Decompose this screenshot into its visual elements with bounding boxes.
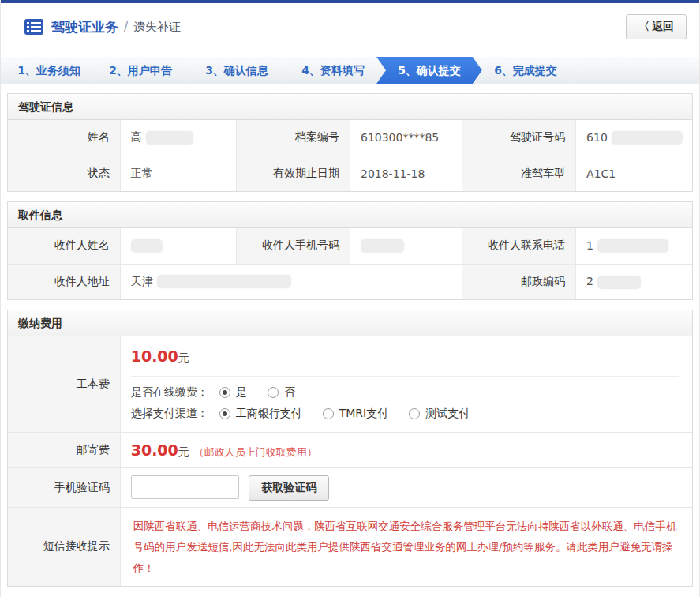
radio-label: TMRI支付: [339, 407, 389, 421]
sms-tip-label: 短信接收提示: [8, 508, 120, 586]
breadcrumb-current: 遗失补证: [133, 20, 181, 35]
work-fee-label: 工本费: [8, 336, 120, 433]
license-number-label: 驾驶证号码: [462, 120, 576, 156]
license-section-title: 驾驶证信息: [8, 94, 692, 120]
expiry-date-value: 2018-11-18: [350, 156, 462, 191]
file-number-value: 610300****85: [350, 120, 462, 156]
table-row: 姓名 高 档案编号 610300****85 驾驶证号码 610: [8, 120, 692, 156]
mail-fee-label: 邮寄费: [8, 433, 120, 468]
step-1-business-notice[interactable]: 1、业务须知: [1, 57, 97, 84]
online-pay-option-yes[interactable]: 是: [219, 385, 247, 400]
work-fee-cell: 10.00元 是否在线缴费： 是 否 选择支付渠道： 工商银行支付 TMRI支付…: [120, 336, 692, 433]
radio-label: 工商银行支付: [236, 407, 302, 421]
zip-code-label: 邮政编码: [462, 264, 576, 299]
redacted-blur: [597, 276, 641, 289]
radio-icon[interactable]: [219, 408, 230, 419]
zip-code-value: 2: [576, 264, 692, 299]
status-value: 正常: [120, 156, 236, 191]
step-5-confirm-submit[interactable]: 5、确认提交: [376, 57, 482, 84]
license-number-value: 610: [576, 120, 692, 156]
license-info-section: 驾驶证信息 姓名 高 档案编号 610300****85 驾驶证号码 610 状…: [7, 93, 693, 192]
mail-fee-note: （邮政人员上门收取费用）: [194, 446, 317, 458]
online-pay-option-no[interactable]: 否: [268, 385, 295, 400]
pay-channel-tmri[interactable]: TMRI支付: [323, 407, 389, 421]
sms-tip-text: 因陕西省联通、电信运营商技术问题，陕西省互联网交通安全综合服务管理平台无法向持陕…: [121, 508, 692, 586]
license-info-table: 姓名 高 档案编号 610300****85 驾驶证号码 610 状态 正常 有…: [8, 120, 692, 191]
pickup-info-table: 收件人姓名 收件人手机号码 收件人联系电话 1 收件人地址 天津 邮政编码 2: [8, 228, 692, 299]
step-6-complete-submit[interactable]: 6、完成提交: [473, 57, 578, 84]
redacted-blur: [361, 239, 404, 253]
radio-label: 测试支付: [425, 407, 470, 421]
radio-label: 否: [284, 385, 295, 400]
captcha-cell: 获取验证码: [120, 468, 692, 508]
step-wizard: 1、业务须知 2、用户申告 3、确认信息 4、资料填写 5、确认提交 6、完成提…: [1, 57, 699, 84]
online-pay-question: 是否在线缴费：: [131, 385, 208, 400]
file-number-label: 档案编号: [237, 120, 350, 156]
page-header: 驾驶证业务 / 遗失补证 〈返回: [1, 3, 699, 51]
recipient-phone-label: 收件人联系电话: [462, 228, 576, 264]
work-fee-unit: 元: [178, 351, 189, 364]
step-2-user-declaration[interactable]: 2、用户申告: [88, 57, 193, 84]
work-fee-amount: 10.00: [131, 347, 178, 365]
recipient-address-label: 收件人地址: [8, 264, 120, 299]
sms-tip-cell: 因陕西省联通、电信运营商技术问题，陕西省互联网交通安全综合服务管理平台无法向持陕…: [120, 508, 692, 586]
online-pay-question-row: 是否在线缴费： 是 否: [131, 385, 679, 400]
page-title: 驾驶证业务: [51, 18, 118, 36]
list-icon: [24, 19, 43, 35]
radio-icon[interactable]: [323, 408, 334, 419]
table-row: 状态 正常 有效期止日期 2018-11-18 准驾车型 A1C1: [8, 156, 692, 191]
redacted-blur: [597, 239, 668, 253]
status-label: 状态: [8, 156, 120, 191]
work-fee-amount-line: 10.00元: [131, 347, 679, 366]
back-button[interactable]: 〈返回: [626, 14, 687, 39]
name-label: 姓名: [8, 120, 120, 156]
redacted-blur: [146, 131, 193, 145]
recipient-mobile-value: [350, 228, 462, 264]
table-row: 邮寄费 30.00元（邮政人员上门收取费用）: [8, 433, 692, 468]
table-row: 短信接收提示 因陕西省联通、电信运营商技术问题，陕西省互联网交通安全综合服务管理…: [8, 508, 692, 586]
redacted-blur: [612, 131, 683, 145]
expiry-date-label: 有效期止日期: [237, 156, 350, 191]
vehicle-class-value: A1C1: [576, 156, 692, 191]
fee-section-title: 缴纳费用: [8, 310, 692, 336]
fee-section: 缴纳费用 工本费 10.00元 是否在线缴费： 是 否 选择支付渠道：: [7, 310, 693, 587]
get-captcha-button[interactable]: 获取验证码: [249, 475, 329, 501]
radio-label: 是: [236, 385, 247, 400]
name-value: 高: [120, 120, 236, 156]
recipient-name-label: 收件人姓名: [8, 228, 120, 264]
step-4-fill-data[interactable]: 4、资料填写: [280, 57, 386, 84]
radio-icon[interactable]: [409, 408, 420, 419]
pay-channel-icbc[interactable]: 工商银行支付: [219, 407, 302, 421]
captcha-input[interactable]: [131, 475, 239, 499]
step-wizard-filler: [569, 57, 699, 84]
recipient-address-value: 天津: [120, 264, 462, 299]
redacted-blur: [157, 275, 291, 288]
breadcrumb-separator: /: [124, 20, 128, 34]
pickup-info-section: 取件信息 收件人姓名 收件人手机号码 收件人联系电话 1 收件人地址 天津 邮政…: [7, 201, 693, 300]
pay-channel-question: 选择支付渠道：: [131, 407, 208, 421]
pay-channel-question-row: 选择支付渠道： 工商银行支付 TMRI支付 测试支付: [131, 407, 679, 421]
pay-channel-test[interactable]: 测试支付: [409, 407, 470, 421]
mail-fee-unit: 元: [178, 445, 189, 458]
footer-actions: 上一步 完成: [7, 587, 693, 597]
mail-fee-amount: 30.00: [131, 441, 178, 459]
redacted-blur: [131, 239, 163, 253]
captcha-label: 手机验证码: [8, 468, 120, 508]
pickup-section-title: 取件信息: [8, 202, 692, 228]
table-row: 手机验证码 获取验证码: [8, 468, 692, 508]
step-3-confirm-info[interactable]: 3、确认信息: [184, 57, 290, 84]
table-row: 收件人地址 天津 邮政编码 2: [8, 264, 692, 299]
mail-fee-cell: 30.00元（邮政人员上门收取费用）: [120, 433, 692, 468]
radio-icon[interactable]: [219, 387, 230, 398]
recipient-mobile-label: 收件人手机号码: [237, 228, 350, 264]
fee-table: 工本费 10.00元 是否在线缴费： 是 否 选择支付渠道： 工商银行支付 TM…: [8, 336, 692, 586]
table-row: 收件人姓名 收件人手机号码 收件人联系电话 1: [8, 228, 692, 264]
back-button-label: 返回: [652, 20, 674, 32]
radio-icon[interactable]: [268, 387, 279, 398]
vehicle-class-label: 准驾车型: [462, 156, 576, 191]
recipient-name-value: [120, 228, 236, 264]
divider: [131, 376, 679, 377]
chevron-left-icon: 〈: [638, 20, 649, 32]
recipient-phone-value: 1: [576, 228, 692, 264]
table-row: 工本费 10.00元 是否在线缴费： 是 否 选择支付渠道： 工商银行支付 TM…: [8, 336, 692, 433]
